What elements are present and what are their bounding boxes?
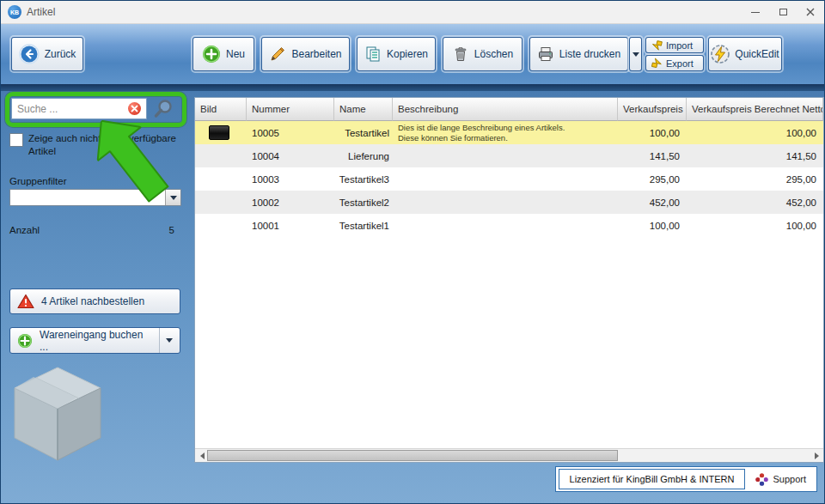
cell-netto: 100,00	[687, 121, 823, 144]
quickedit-label: QuickEdit	[735, 48, 779, 60]
back-arrow-icon	[19, 44, 40, 64]
search-icon[interactable]	[152, 98, 174, 124]
cell-beschreibung: Dies ist die lange Beschreibung eines Ar…	[393, 121, 618, 144]
cell-nummer: 10005	[247, 121, 334, 144]
cell-name: Testartikel3	[334, 167, 393, 191]
edit-label: Bearbeiten	[291, 48, 341, 60]
export-label: Export	[666, 58, 694, 69]
copy-button[interactable]: Kopieren	[357, 37, 436, 71]
table-row[interactable]: 10005 Testartikel Dies ist die lange Bes…	[195, 121, 823, 144]
cell-verkaufspreis: 452,00	[618, 191, 687, 214]
cell-bild	[195, 144, 247, 167]
window-controls	[742, 1, 824, 23]
support-label: Support	[773, 474, 806, 484]
arrow-left-icon	[200, 452, 205, 459]
goods-receipt-dropdown[interactable]	[159, 328, 173, 353]
horizontal-scrollbar[interactable]	[195, 448, 823, 462]
scroll-right-button[interactable]	[810, 449, 823, 462]
cell-nummer: 10001	[247, 214, 334, 237]
pencil-icon	[269, 46, 286, 63]
new-label: Neu	[226, 48, 245, 60]
column-header-bild[interactable]: Bild	[195, 98, 247, 121]
print-list-label: Liste drucken	[559, 48, 620, 60]
clear-search-icon[interactable]	[128, 102, 141, 115]
chevron-down-icon	[166, 338, 173, 343]
support-pinwheel-icon	[755, 473, 768, 486]
quickedit-button[interactable]: QuickEdit	[708, 37, 782, 71]
cell-nummer: 10002	[247, 191, 334, 214]
back-label: Zurück	[45, 48, 76, 60]
cell-netto: 100,00	[687, 214, 823, 237]
gruppenfilter-label: Gruppenfilter	[9, 176, 66, 186]
lightning-icon	[711, 45, 730, 64]
cell-netto: 452,00	[687, 191, 823, 214]
cell-beschreibung	[393, 191, 618, 214]
app-logo-icon: KB	[8, 5, 21, 19]
delete-button[interactable]: Löschen	[443, 37, 522, 71]
plus-icon	[202, 45, 221, 64]
export-icon	[651, 58, 663, 69]
table-row[interactable]: 10001 Testartikel1 100,00 100,00	[195, 214, 823, 237]
new-button[interactable]: Neu	[192, 37, 254, 71]
close-icon	[806, 8, 815, 16]
cell-netto: 141,50	[687, 144, 823, 167]
cell-netto: 295,00	[687, 167, 823, 191]
minimize-button[interactable]	[742, 1, 769, 23]
maximize-icon	[779, 9, 787, 15]
cell-beschreibung	[393, 144, 618, 167]
arrow-right-icon	[815, 452, 819, 459]
cell-bild	[195, 191, 247, 214]
support-link[interactable]: Support	[745, 473, 816, 486]
warning-icon	[17, 294, 34, 309]
column-header-beschreibung[interactable]: Beschreibung	[393, 98, 618, 121]
maximize-button[interactable]	[769, 1, 797, 23]
column-header-nummer[interactable]: Nummer	[247, 98, 334, 121]
gruppenfilter-select[interactable]	[9, 189, 181, 206]
footer-bar: Lizenziert für KingBill GmbH & INTERN Su…	[555, 466, 817, 492]
license-text: Lizenziert für KingBill GmbH & INTERN	[559, 469, 746, 489]
toolbar: Zurück Neu Bearbeiten Kopieren Löschen	[1, 24, 824, 84]
export-button[interactable]: Export	[645, 55, 704, 71]
select-arrow-button[interactable]	[165, 190, 180, 205]
trash-icon	[452, 46, 469, 63]
copy-icon	[364, 46, 382, 63]
cell-beschreibung	[393, 214, 618, 237]
copy-label: Kopieren	[387, 48, 428, 60]
printer-icon	[537, 46, 554, 63]
table-row[interactable]: 10004 Lieferung 141,50 141,50	[195, 144, 823, 167]
show-unavailable-checkbox[interactable]	[9, 133, 23, 147]
print-list-dropdown-button[interactable]	[629, 37, 642, 71]
article-image	[209, 125, 229, 140]
reorder-articles-button[interactable]: 4 Artikel nachbestellen	[9, 288, 180, 314]
chevron-down-icon	[632, 52, 639, 57]
cell-beschreibung	[393, 167, 618, 191]
scrollbar-thumb[interactable]	[207, 450, 618, 461]
cell-nummer: 10003	[247, 167, 334, 191]
goods-receipt-button[interactable]: Wareneingang buchen ...	[9, 327, 180, 354]
column-header-verkaufspreis[interactable]: Verkaufspreis	[618, 98, 687, 121]
toolbar-divider	[1, 84, 824, 91]
table-row[interactable]: 10002 Testartikel2 452,00 452,00	[195, 191, 823, 214]
titlebar: KB Artikel	[1, 1, 824, 24]
back-button[interactable]: Zurück	[11, 37, 83, 71]
cell-bild	[195, 121, 247, 144]
reorder-articles-label: 4 Artikel nachbestellen	[41, 295, 144, 307]
edit-button[interactable]: Bearbeiten	[261, 37, 350, 71]
cell-bild	[195, 167, 247, 191]
cell-name: Testartikel1	[334, 214, 393, 237]
search-input[interactable]	[11, 98, 147, 119]
close-button[interactable]	[797, 1, 824, 23]
import-label: Import	[666, 40, 693, 51]
cell-verkaufspreis: 100,00	[618, 121, 687, 144]
print-list-button[interactable]: Liste drucken	[529, 37, 628, 71]
import-button[interactable]: Import	[645, 37, 704, 53]
chevron-down-icon	[170, 196, 177, 200]
column-header-name[interactable]: Name	[334, 98, 393, 121]
import-icon	[651, 39, 663, 51]
minimize-icon	[751, 12, 760, 13]
cell-verkaufspreis: 295,00	[618, 167, 687, 191]
show-unavailable-label: Zeige auch nicht mehr verfügbare Artikel	[28, 132, 181, 158]
column-header-netto[interactable]: Verkaufspreis Berechnet Netto	[687, 98, 823, 121]
table-row[interactable]: 10003 Testartikel3 295,00 295,00	[195, 167, 823, 191]
cell-nummer: 10004	[247, 144, 334, 167]
